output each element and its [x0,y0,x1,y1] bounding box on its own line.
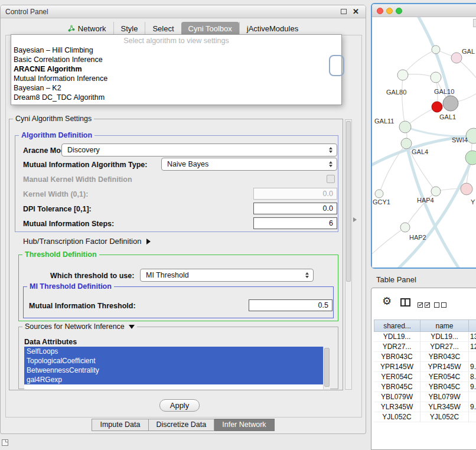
tab-infer-network[interactable]: Infer Network [214,419,274,431]
panel-collapse-arrow[interactable] [353,217,357,222]
table-row[interactable]: YPR145WYPR145W9. [374,362,476,372]
table-cell[interactable]: YDR27... [420,342,469,352]
select-all-columns-icon[interactable] [418,299,432,310]
columns-icon[interactable] [400,298,410,306]
algorithm-combo-fragment[interactable] [329,55,344,76]
table-cell[interactable] [469,412,476,422]
table-cell[interactable]: YER054C [374,372,420,382]
column-header-cut[interactable] [469,319,476,332]
algorithm-option[interactable]: Basic Correlation Inference [11,55,341,64]
tab-style[interactable]: Style [113,22,145,35]
table-cell[interactable]: YDL19... [420,332,469,342]
apply-button[interactable]: Apply [159,399,200,412]
algorithm-option[interactable]: Bayesian – K2 [11,83,341,93]
network-node[interactable] [375,190,383,198]
network-edge[interactable] [405,127,474,136]
table-row[interactable]: YDR27...YDR27...12 [374,342,476,352]
table-cell[interactable]: 12 [469,342,476,352]
tab-jactivemodules[interactable]: jActiveModules [239,22,305,35]
network-node[interactable] [461,183,472,195]
scrollbar-thumb[interactable] [324,348,330,387]
algorithm-option[interactable]: Dream8 DC_TDC Algorithm [11,93,341,102]
scrollbar-thumb[interactable] [346,121,351,282]
table-cell[interactable]: YBL079W [420,392,469,402]
table-cell[interactable] [469,392,476,402]
table-cell[interactable] [469,352,476,362]
table-cell[interactable]: YBR045C [374,382,420,392]
network-node[interactable] [399,121,411,133]
dpi-tolerance-field[interactable]: 0.0 [253,203,337,214]
table-row[interactable]: YBR043CYBR043C [374,352,476,362]
tab-discretize-data[interactable]: Discretize Data [149,419,215,431]
close-window-icon[interactable]: ✕ [353,6,359,17]
aracne-mode-select[interactable]: Discovery [61,144,337,156]
table-cell[interactable]: 9. [469,382,476,392]
data-attributes-list[interactable]: SelfLoops TopologicalCoefficient Between… [24,347,330,389]
network-edge[interactable] [406,144,461,268]
column-header-shared-name[interactable]: shared... [374,319,420,332]
network-edge[interactable] [402,75,405,127]
table-row[interactable]: YER054CYER054C8. [374,372,476,382]
zoom-traffic-light[interactable] [396,8,402,14]
attribute-item[interactable]: TopologicalCoefficient [24,356,323,366]
algorithm-option-selected[interactable]: ARACNE Algorithm [11,64,341,74]
table-cell[interactable]: YDR27... [374,342,420,352]
column-header-name[interactable]: name [420,319,469,332]
sources-toggle[interactable]: Sources for Network Inference [22,322,137,331]
hub-definition-toggle[interactable]: Hub/Transcription Factor Definition [23,237,151,246]
network-node[interactable] [432,102,442,112]
deselect-all-columns-icon[interactable] [434,299,448,310]
network-node[interactable] [400,223,410,232]
tab-cyni-toolbox[interactable]: Cyni Toolbox [181,22,239,35]
table-cell[interactable]: 8. [469,372,476,382]
restore-panel-icon[interactable] [2,439,8,446]
table-row[interactable]: YJL052CYJL052C [374,412,476,422]
gear-icon[interactable]: ⚙ [382,295,392,307]
mi-algorithm-type-select[interactable]: Naive Bayes [161,158,337,171]
table-cell[interactable]: YBR045C [420,382,469,392]
table-cell[interactable]: YDL19... [374,332,420,342]
network-window-titlebar[interactable] [372,4,476,17]
table-row[interactable]: YLR345WYLR345W9. [374,402,476,412]
network-node[interactable] [443,96,458,111]
attribute-item[interactable]: SelfLoops [24,347,323,356]
table-cell[interactable]: YJL052C [420,412,469,422]
network-edge[interactable] [372,227,405,262]
tab-network[interactable]: Network [61,22,113,35]
table-cell[interactable]: 9. [469,402,476,412]
manual-kernel-width-checkbox[interactable] [327,175,335,183]
control-panel-titlebar[interactable]: Control Panel [1,5,366,18]
network-canvas[interactable]: GALGAL80GAL10GAL1GAL11SWI4GAL4HAP4GCY1YH… [372,17,476,268]
table-row[interactable]: YBR045CYBR045C9. [374,382,476,392]
network-node[interactable] [401,138,412,149]
tab-impute-data[interactable]: Impute Data [92,419,148,431]
network-node[interactable] [431,187,441,196]
table-cell[interactable]: 13 [469,332,476,342]
network-edge[interactable] [396,158,472,268]
attribute-item[interactable]: BetweennessCentrality [24,366,323,375]
list-scrollbar[interactable] [323,347,330,389]
network-node[interactable] [397,70,408,80]
table-row[interactable]: YDL19...YDL19...13 [374,332,476,342]
table-cell[interactable]: YPR145W [420,362,469,372]
table-cell[interactable]: YBR043C [374,352,420,362]
table-cell[interactable]: 9. [469,362,476,372]
table-cell[interactable]: YLR345W [374,402,420,412]
algorithm-option[interactable]: Mutual Information Inference [11,74,341,83]
network-node[interactable] [432,45,440,54]
network-edge[interactable] [403,50,436,75]
minimize-traffic-light[interactable] [386,8,393,14]
table-cell[interactable]: YBR043C [420,352,469,362]
network-node[interactable] [431,72,441,83]
tab-select[interactable]: Select [145,22,181,35]
table-cell[interactable]: YJL052C [374,412,420,422]
mi-threshold-field[interactable]: 0.5 [249,299,332,311]
settings-scrollbar[interactable] [345,119,352,390]
which-threshold-select[interactable]: MI Threshold [140,269,314,282]
table-cell[interactable]: YLR345W [420,402,469,412]
kernel-width-field[interactable]: 0.0 [253,188,337,200]
close-traffic-light[interactable] [377,8,383,14]
float-window-icon[interactable] [341,9,347,14]
algorithm-option[interactable]: Bayesian – Hill Climbing [11,45,341,55]
attribute-item[interactable]: gal4RGexp [24,375,323,384]
